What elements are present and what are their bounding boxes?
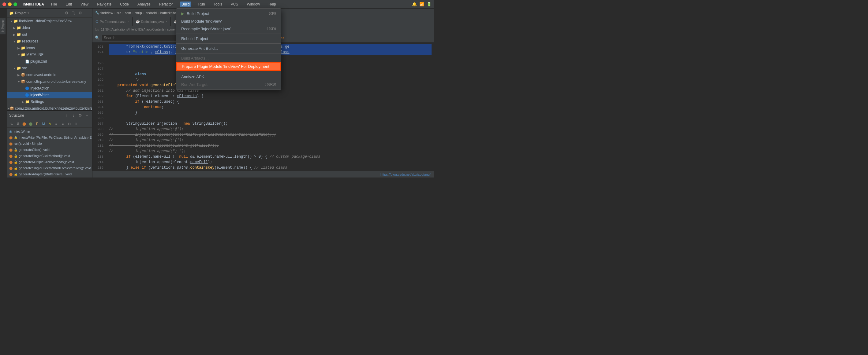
project-vtab[interactable]: 1: Project xyxy=(0,18,5,34)
tree-item-pluginxml[interactable]: ▶ 📄 plugin.xml xyxy=(7,58,92,65)
breadcrumb-cttrip[interactable]: cttrip xyxy=(135,11,142,15)
tree-item-out[interactable]: ▶ 📁 out xyxy=(7,31,92,38)
breadcrumb-android[interactable]: android xyxy=(145,11,157,15)
sort-icon[interactable]: ⇅ xyxy=(71,10,76,16)
tree-item-icons[interactable]: ▶ 📁 icons xyxy=(7,45,92,51)
tree-arrow: ▾ xyxy=(17,80,21,83)
annotation-btn[interactable]: A xyxy=(47,121,53,127)
menu-run[interactable]: Run xyxy=(197,2,207,7)
app-title: IntelliJ IDEA xyxy=(23,2,44,6)
tree-item-metainf[interactable]: ▾ 📁 META-INF xyxy=(7,51,92,58)
tree-item-butterknife[interactable]: ▾ 📦 com.cttrip.android.butterknifezelezn… xyxy=(7,105,92,110)
code-line-208: // injection.append('@'); xyxy=(108,127,432,132)
menu-generate-ant[interactable]: Generate Ant Build... xyxy=(176,45,281,52)
menu-navigate[interactable]: Navigate xyxy=(95,2,113,7)
status-url[interactable]: https://blog.csdn.net/abxiaoqiang4 xyxy=(380,173,432,176)
struct-item-run[interactable]: ⬤ run(): void ↑Simple xyxy=(7,141,92,147)
lock-icon: 🔒 xyxy=(14,161,18,164)
window-controls[interactable] xyxy=(2,2,17,6)
breadcrumb-com[interactable]: com xyxy=(125,11,131,15)
filter-btn-4[interactable]: ⊞ xyxy=(73,121,79,127)
menu-vcs[interactable]: VCS xyxy=(229,2,240,7)
tab-definitions[interactable]: ☕ Definitions.java × xyxy=(132,17,171,26)
lock-icon: 🔒 xyxy=(14,136,18,139)
sort-btn-1[interactable]: ⇅ xyxy=(8,121,14,127)
status-right: https://blog.csdn.net/abxiaoqiang4 xyxy=(380,173,432,176)
breadcrumb-findview[interactable]: findView xyxy=(100,11,113,15)
project-tree-header: 📁 Project ▾ ⚙ ⇅ ⚙ − xyxy=(7,8,92,18)
struct-class-header[interactable]: ◉ InjectWriter xyxy=(7,128,92,134)
green-btn[interactable]: ⬤ xyxy=(28,121,33,127)
notification-icon[interactable]: 🔔 xyxy=(412,2,417,6)
gear-icon[interactable]: ⚙ xyxy=(78,10,83,16)
sort-btn-2[interactable]: ⇵ xyxy=(15,121,21,127)
sort-asc-icon[interactable]: ↑ xyxy=(64,113,69,118)
folder-icon: 📁 xyxy=(25,100,30,104)
menu-tools[interactable]: Tools xyxy=(212,2,224,7)
folder-icon: 📁 xyxy=(21,52,25,57)
menu-run-ant: Run Ant Target ⇧⌘F10 xyxy=(176,81,281,88)
tree-item-cttrip[interactable]: ▾ 📦 com.cttrip.android.butterknifezelezn… xyxy=(7,78,92,85)
menu-analyze-apk[interactable]: Analyze APK... xyxy=(176,73,281,81)
tab-close-icon[interactable]: × xyxy=(165,20,167,23)
method-icon: ⬤ xyxy=(9,167,12,170)
struct-item-generateadapter[interactable]: ⬤ 🔒 generateAdapter(IButterKnife): void xyxy=(7,171,92,177)
breadcrumb-src[interactable]: src xyxy=(117,11,121,15)
class-circle-icon: ◉ xyxy=(9,130,12,134)
struct-settings-icon[interactable]: ⚙ xyxy=(78,113,83,118)
class-icon: 🔵 xyxy=(25,86,29,91)
minus-icon[interactable]: − xyxy=(84,10,90,16)
filter-btn-1[interactable]: ≡ xyxy=(54,121,59,127)
menu-build[interactable]: Build xyxy=(180,2,191,7)
code-line-202: for (Element element : mElements) { xyxy=(108,94,432,99)
struct-item-generatesingleclickseveral[interactable]: ⬤ 🔒 generateSingleClickMethodForSeveralI… xyxy=(7,165,92,171)
menubar-right: 🔔 📶 🔋 xyxy=(412,2,432,6)
tree-item-idea[interactable]: ▶ 📁 .idea xyxy=(7,25,92,31)
menu-prepare-plugin[interactable]: Prepare Plugin Module 'findView' For Dep… xyxy=(176,62,281,71)
tree-item-settings[interactable]: ▶ 📁 Settings xyxy=(7,98,92,105)
tree-item-findview[interactable]: ▾ 📁 findView ~/IdeaProjects/findView xyxy=(7,18,92,25)
filter-btn-3[interactable]: ⊡ xyxy=(66,121,72,127)
sort-desc-icon[interactable]: ↓ xyxy=(71,113,76,118)
method-icon: ⬤ xyxy=(9,154,12,157)
tab-close-icon[interactable]: × xyxy=(127,20,129,23)
menu-window[interactable]: Window xyxy=(245,2,261,7)
tree-item-injectaction[interactable]: ▶ 🔵 InjectAction xyxy=(7,85,92,92)
method-icon: ⬤ xyxy=(9,173,12,176)
struct-item-generatemulticlick[interactable]: ⬤ 🔒 generateMultipleClickMethods(): void xyxy=(7,159,92,165)
menu-analyze[interactable]: Analyze xyxy=(136,2,152,7)
highlight-btn[interactable]: ⬤ xyxy=(22,121,27,127)
method-btn[interactable]: M xyxy=(41,121,46,127)
field-btn[interactable]: F xyxy=(34,121,40,127)
menu-view[interactable]: View xyxy=(79,2,90,7)
menu-help[interactable]: Help xyxy=(267,2,278,7)
struct-item-constructor[interactable]: ⬤ 🔒 InjectWriter(PsiFile, PsiClass, Stri… xyxy=(7,134,92,141)
tree-item-resources[interactable]: ▾ 📁 resources xyxy=(7,38,92,45)
search-icon: 🔍 xyxy=(95,35,100,40)
minimize-button[interactable] xyxy=(8,2,12,6)
tree-item-injectwriter[interactable]: ▶ 🔵 InjectWriter xyxy=(7,92,92,98)
menu-file[interactable]: File xyxy=(50,2,58,7)
menu-recompile[interactable]: Recompile 'InjectWriter.java' ⇧⌘F9 xyxy=(176,25,281,33)
project-icon: 📁 xyxy=(9,11,14,15)
struct-item-generatesingleclick[interactable]: ⬤ 🔒 generateSingleClickMethod(): void xyxy=(7,153,92,159)
menu-build-project[interactable]: ▶ Build Project ⌘F9 xyxy=(176,10,281,17)
tab-psielement[interactable]: ⬡ PsiElement.class × xyxy=(92,17,132,26)
maximize-button[interactable] xyxy=(13,2,17,6)
tree-item-com-avast[interactable]: ▶ 📦 com.avast.android xyxy=(7,71,92,78)
struct-item-generateclick[interactable]: ⬤ 🔒 generateClick(): void xyxy=(7,147,92,153)
folder-icon: 📁 xyxy=(17,39,21,43)
settings-icon[interactable]: ⚙ xyxy=(64,10,69,16)
menu-rebuild[interactable]: Rebuild Project xyxy=(176,35,281,42)
code-line-212: // injection.append(") "); xyxy=(108,148,432,154)
code-line-203: if (!element.used) { xyxy=(108,99,432,105)
filter-btn-2[interactable]: ≡ xyxy=(60,121,65,127)
close-button[interactable] xyxy=(2,2,6,6)
menu-edit[interactable]: Edit xyxy=(64,2,73,7)
method-icon: ⬤ xyxy=(9,161,12,164)
tree-item-src[interactable]: ▾ 📁 src xyxy=(7,65,92,71)
menu-build-module[interactable]: Build Module 'findView' xyxy=(176,17,281,25)
menu-refactor[interactable]: Refactor xyxy=(158,2,175,7)
struct-minus-icon[interactable]: − xyxy=(84,113,90,118)
menu-code[interactable]: Code xyxy=(119,2,130,7)
